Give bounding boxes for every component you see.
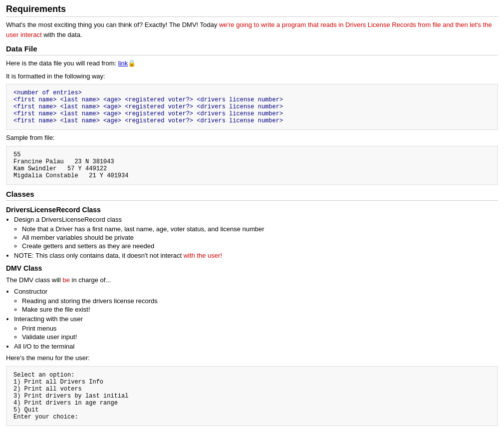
list-item-print-menus: Print menus xyxy=(22,325,498,332)
print-menus-text: Print menus xyxy=(22,325,56,332)
dlr-class-title: DriversLicenseRecord Class xyxy=(6,206,498,214)
note-driver-text: Note that a Driver has a first name, las… xyxy=(22,225,264,233)
list-item-io: All I/O to the terminal xyxy=(14,343,498,350)
member-vars-text: All member variables should be private xyxy=(22,234,134,241)
list-item-interacting: Interacting with the user Print menus Va… xyxy=(14,315,498,341)
intro-text-plain1: What's the most exciting thing you can t… xyxy=(6,21,219,28)
dmv-class-list: Constructor Reading and storing the driv… xyxy=(14,288,498,350)
dmv-class-desc: The DMV class will be in charge of... xyxy=(6,275,498,285)
sample-code-block: 55 Francine Palau 23 N 381043 Kam Swindl… xyxy=(6,146,498,185)
design-text: Design a DriversLicenseRecord class xyxy=(14,216,122,223)
list-item-note: NOTE: This class only contains data, it … xyxy=(14,252,498,259)
dmv-desc-plain1: The DMV class will xyxy=(6,276,62,284)
list-item-design: Design a DriversLicenseRecord class Note… xyxy=(14,216,498,250)
page-title: Requirements xyxy=(6,4,498,17)
data-file-desc: Here is the data file you will read from… xyxy=(6,58,498,68)
list-item-member-vars: All member variables should be private xyxy=(22,234,498,241)
intro-paragraph: What's the most exciting thing you can t… xyxy=(6,20,498,39)
dlr-class-list: Design a DriversLicenseRecord class Note… xyxy=(14,216,498,259)
menu-code-block: Select an option: 1) Print all Drivers I… xyxy=(6,366,498,426)
sample-label: Sample from file: xyxy=(6,133,498,143)
format-desc: It is formatted in the following way: xyxy=(6,71,498,81)
list-item-constructor: Constructor Reading and storing the driv… xyxy=(14,288,498,313)
data-file-link[interactable]: link xyxy=(118,59,128,67)
dmv-class-title: DMV Class xyxy=(6,264,498,272)
lock-icon: 🔒 xyxy=(128,59,136,67)
reading-text: Reading and storing the drivers license … xyxy=(22,297,158,305)
section-data-file: Data File xyxy=(6,44,498,55)
dmv-desc-plain2: in charge of... xyxy=(70,276,111,284)
list-item-file-exist: Make sure the file exist! xyxy=(22,306,498,313)
interacting-sublist: Print menus Validate user input! xyxy=(22,325,498,341)
design-sublist: Note that a Driver has a first name, las… xyxy=(22,225,498,250)
menu-label: Here's the menu for the user: xyxy=(6,353,498,363)
file-exist-text: Make sure the file exist! xyxy=(22,306,90,313)
interacting-text: Interacting with the user xyxy=(14,315,83,323)
constructor-label: Constructor xyxy=(14,288,47,295)
validate-text: Validate user input! xyxy=(22,333,77,341)
constructor-sublist: Reading and storing the drivers license … xyxy=(22,297,498,313)
getters-text: Create getters and setters as they are n… xyxy=(22,242,154,250)
data-file-desc-text: Here is the data file you will read from… xyxy=(6,59,118,67)
dmv-desc-highlight: be xyxy=(62,276,69,284)
note-text-highlight: with the user! xyxy=(184,252,222,259)
list-item-validate: Validate user input! xyxy=(22,333,498,341)
list-item-getters: Create getters and setters as they are n… xyxy=(22,242,498,250)
format-code-block: <number of entries> <first name> <last n… xyxy=(6,84,498,130)
note-text-plain: NOTE: This class only contains data, it … xyxy=(14,252,184,259)
list-item-reading: Reading and storing the drivers license … xyxy=(22,297,498,305)
io-text: All I/O to the terminal xyxy=(14,343,74,350)
section-classes: Classes xyxy=(6,190,498,201)
intro-text-plain2: with the data. xyxy=(42,31,82,38)
list-item-note-driver: Note that a Driver has a first name, las… xyxy=(22,225,498,233)
